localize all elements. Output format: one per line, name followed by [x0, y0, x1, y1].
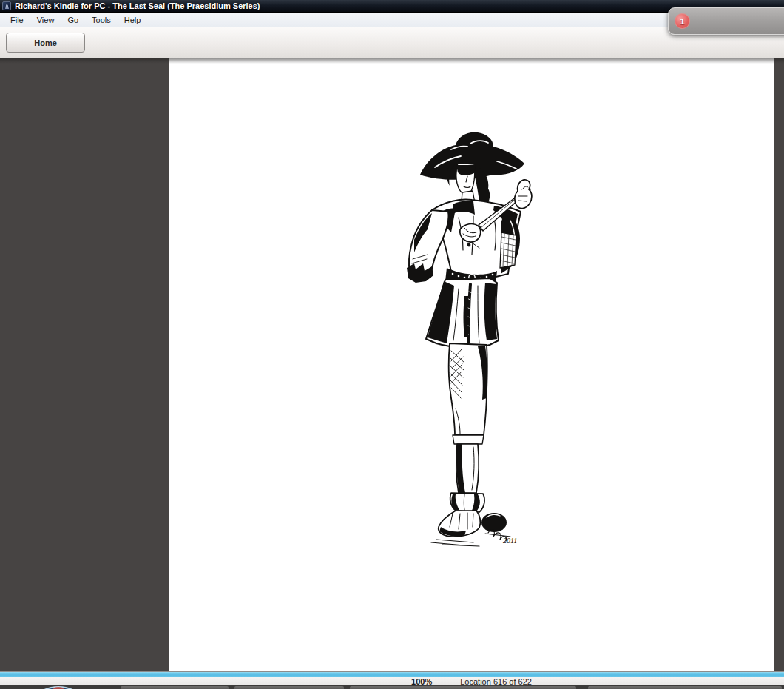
menu-bar: File View Go Tools Help: [0, 13, 784, 27]
taskbar-button[interactable]: [350, 686, 576, 689]
taskbar-button[interactable]: [588, 686, 782, 689]
book-illustration-cavalier-figure: 2011: [385, 127, 547, 557]
annotation-badge: 1: [675, 13, 690, 29]
illustration-signature: 2011: [503, 537, 517, 545]
taskbar-button[interactable]: [234, 686, 344, 689]
reading-progress-bar: [0, 671, 784, 677]
menu-help[interactable]: Help: [118, 13, 148, 27]
toolbar: Home Aa: [0, 27, 784, 58]
status-bar: 100% Location 616 of 622: [0, 677, 784, 685]
location-indicator: Location 616 of 622: [460, 677, 532, 686]
title-bar: Richard's Kindle for PC - The Last Seal …: [0, 0, 784, 13]
book-page[interactable]: 2011: [169, 58, 774, 671]
taskbar-button[interactable]: [121, 686, 229, 689]
annotation-overlay-box[interactable]: 1: [668, 7, 784, 35]
menu-tools[interactable]: Tools: [85, 13, 118, 27]
kindle-for-pc-window: { "window": { "title": "Richard's Kindle…: [0, 0, 784, 689]
reading-area: 2011: [0, 58, 784, 671]
kindle-app-icon: [2, 1, 11, 10]
menu-view[interactable]: View: [30, 13, 61, 27]
window-title: Richard's Kindle for PC - The Last Seal …: [15, 1, 260, 10]
menu-file[interactable]: File: [4, 13, 30, 27]
status-center-group: 100% Location 616 of 622: [169, 677, 774, 685]
home-button[interactable]: Home: [6, 33, 85, 53]
windows-taskbar: [0, 685, 784, 689]
progress-percent: 100%: [411, 677, 432, 686]
menu-go[interactable]: Go: [61, 13, 85, 27]
